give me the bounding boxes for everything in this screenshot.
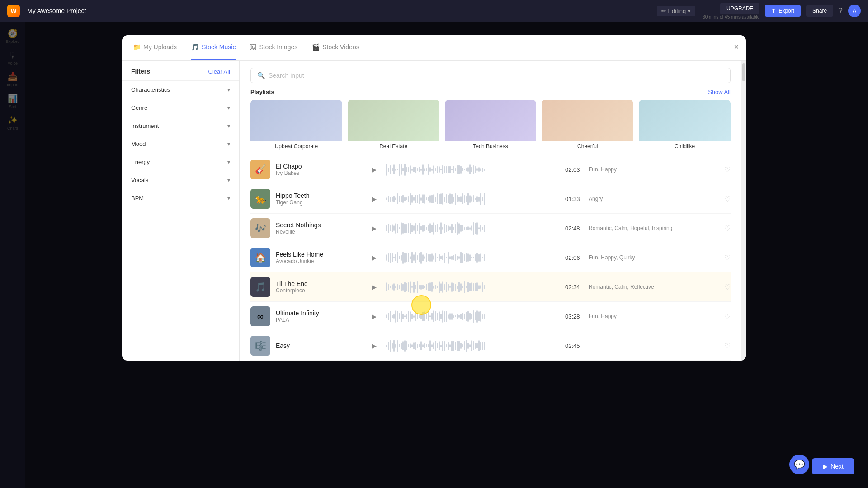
playlist-childlike-img — [639, 100, 731, 141]
tracks-list: 🎸 El Chapo Ivy Bakes ▶ 02:03 Fun, Happy … — [240, 155, 741, 361]
filter-vocals-header[interactable]: Vocals ▾ — [122, 171, 239, 189]
modal-backdrop: 📁 My Uploads 🎵 Stock Music 🖼 Stock Image… — [0, 22, 868, 488]
track-heart-button[interactable]: ♡ — [724, 224, 731, 233]
chevron-down-icon: ▾ — [227, 159, 230, 165]
playlist-childlike-label: Childlike — [639, 141, 731, 151]
playlists-header: Playlists Show All — [250, 89, 731, 95]
track-duration: 02:06 — [565, 254, 583, 261]
filter-instrument-header[interactable]: Instrument ▾ — [122, 117, 239, 135]
track-duration: 01:33 — [565, 196, 583, 202]
playlist-cheerful-img — [542, 100, 633, 141]
track-heart-button[interactable]: ♡ — [724, 283, 731, 291]
playlist-real-estate-label: Real Estate — [348, 141, 439, 151]
track-play-button[interactable]: ▶ — [368, 222, 381, 235]
main-page: 🧭 Explore 🎙 Voice 📥 Import 📊 Sort ✨ Char… — [0, 22, 868, 488]
track-heart-button[interactable]: ♡ — [724, 195, 731, 203]
main-content: 🔍 Playlists Show All U — [240, 61, 741, 361]
track-play-button[interactable]: ▶ — [368, 310, 381, 323]
track-thumb: 🎼 — [250, 336, 270, 356]
top-bar-right: UPGRADE 30 mins of 45 mins available ⬆ E… — [703, 3, 861, 19]
track-play-button[interactable]: ▶ — [368, 281, 381, 293]
track-info: Til The End Centerpiece — [276, 280, 363, 294]
track-waveform — [386, 338, 560, 354]
track-play-button[interactable]: ▶ — [368, 192, 381, 205]
playlist-tech-business[interactable]: Tech Business — [445, 100, 537, 151]
chevron-down-icon: ▾ — [227, 87, 230, 93]
track-thumb: 🏠 — [250, 248, 270, 267]
filter-section-mood: Mood ▾ — [122, 135, 239, 153]
track-row[interactable]: 🎼 Easy ▶ 02:45 ♡ — [250, 331, 731, 361]
search-input-wrapper: 🔍 — [250, 68, 731, 83]
help-icon[interactable]: ? — [839, 7, 843, 15]
stock-music-icon: 🎵 — [191, 43, 199, 51]
track-duration: 02:48 — [565, 225, 583, 232]
share-button[interactable]: Share — [806, 5, 833, 17]
track-play-button[interactable]: ▶ — [368, 163, 381, 176]
app-logo: W — [7, 5, 20, 17]
track-info: Ultimate Infinity PALA — [276, 310, 363, 323]
chat-icon: 💬 — [794, 459, 805, 470]
track-waveform — [386, 279, 560, 295]
filter-mood-header[interactable]: Mood ▾ — [122, 135, 239, 153]
track-heart-button[interactable]: ♡ — [724, 312, 731, 321]
track-heart-button[interactable]: ♡ — [724, 253, 731, 262]
search-input[interactable] — [269, 72, 724, 79]
track-name: Ultimate Infinity — [276, 310, 363, 317]
chat-button[interactable]: 💬 — [789, 455, 809, 474]
playlist-real-estate-img — [348, 100, 439, 141]
playlist-real-estate[interactable]: Real Estate — [348, 100, 439, 151]
chevron-down-icon: ▾ — [227, 177, 230, 183]
playlist-childlike[interactable]: Childlike — [639, 100, 731, 151]
filter-section-energy: Energy ▾ — [122, 153, 239, 171]
track-info: Hippo Teeth Tiger Gang — [276, 192, 363, 206]
search-bar: 🔍 — [240, 61, 741, 87]
tab-stock-music[interactable]: 🎵 Stock Music — [191, 35, 236, 60]
search-icon: 🔍 — [257, 72, 265, 79]
modal-tabs: 📁 My Uploads 🎵 Stock Music 🖼 Stock Image… — [122, 35, 746, 61]
tab-my-uploads[interactable]: 📁 My Uploads — [133, 35, 177, 60]
track-row[interactable]: ∞ Ultimate Infinity PALA ▶ 03:28 Fun, Ha… — [250, 302, 731, 331]
avatar[interactable]: A — [848, 5, 861, 17]
next-button[interactable]: ▶ Next — [812, 458, 854, 474]
stock-images-icon: 🖼 — [250, 43, 256, 51]
track-play-button[interactable]: ▶ — [368, 251, 381, 264]
track-row[interactable]: 🎶 Secret Nothings Reveille ▶ 02:48 Roman… — [250, 214, 731, 243]
show-all-button[interactable]: Show All — [708, 89, 731, 95]
track-heart-button[interactable]: ♡ — [724, 165, 731, 174]
filter-section-bpm: BPM ▾ — [122, 189, 239, 207]
track-name: Til The End — [276, 280, 363, 287]
track-artist: Centerpiece — [276, 287, 363, 294]
playlist-tech-business-label: Tech Business — [445, 141, 537, 151]
track-name: Hippo Teeth — [276, 192, 363, 199]
modal-close-button[interactable]: × — [734, 42, 739, 52]
filters-panel: Filters Clear All Characteristics ▾ Genr… — [122, 61, 240, 361]
track-row[interactable]: 🎵 Til The End Centerpiece ▶ 02:34 Romant… — [250, 272, 731, 302]
playlist-tech-business-img — [445, 100, 537, 141]
filter-genre-header[interactable]: Genre ▾ — [122, 99, 239, 117]
track-play-button[interactable]: ▶ — [368, 339, 381, 352]
filter-energy-header[interactable]: Energy ▾ — [122, 153, 239, 171]
playlist-upbeat-corporate[interactable]: Upbeat Corporate — [250, 100, 342, 151]
project-title: My Awesome Project — [27, 7, 86, 14]
clear-all-button[interactable]: Clear All — [208, 68, 230, 75]
track-artist: Ivy Bakes — [276, 170, 363, 176]
playlist-cheerful[interactable]: Cheerful — [542, 100, 633, 151]
track-tags: Angry — [589, 196, 719, 202]
filter-section-instrument: Instrument ▾ — [122, 117, 239, 135]
track-row[interactable]: 🎸 El Chapo Ivy Bakes ▶ 02:03 Fun, Happy … — [250, 155, 731, 184]
track-tags: Fun, Happy, Quirky — [589, 254, 719, 261]
track-row[interactable]: 🏠 Feels Like Home Avocado Junkie ▶ 02:06… — [250, 243, 731, 272]
track-tags: Romantic, Calm, Reflective — [589, 284, 719, 290]
tab-stock-images[interactable]: 🖼 Stock Images — [250, 35, 297, 60]
track-thumb: ∞ — [250, 306, 270, 326]
filter-characteristics-header[interactable]: Characteristics ▾ — [122, 81, 239, 99]
editing-indicator[interactable]: ✏ Editing ▾ — [657, 6, 695, 16]
track-artist: Reveille — [276, 229, 363, 235]
track-heart-button[interactable]: ♡ — [724, 342, 731, 350]
tab-stock-videos[interactable]: 🎬 Stock Videos — [312, 35, 359, 60]
export-button[interactable]: ⬆ Export — [765, 5, 801, 17]
track-row[interactable]: 🐆 Hippo Teeth Tiger Gang ▶ 01:33 Angry ♡ — [250, 184, 731, 214]
playlists-row: Upbeat Corporate Real Estate Tech Busine… — [250, 100, 731, 151]
upgrade-button[interactable]: UPGRADE — [720, 3, 760, 14]
filter-bpm-header[interactable]: BPM ▾ — [122, 189, 239, 207]
